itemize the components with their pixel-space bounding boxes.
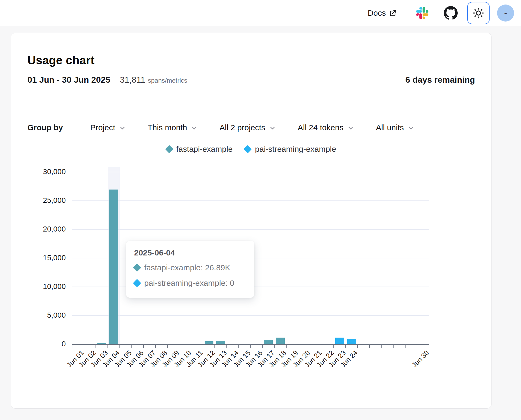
x-tick [322,345,322,348]
bar-fastapi-example-jun-12[interactable] [205,341,213,344]
usage-chart-card: Usage chart 01 Jun - 30 Jun 2025 31,811 … [11,33,492,409]
legend-label: pai-streaming-example [255,145,336,154]
bar-pai-streaming-example-jun-24[interactable] [347,339,356,344]
bar-fastapi-example-jun-18[interactable] [276,338,285,344]
x-tick [250,345,251,348]
x-tick [345,345,346,348]
x-tick [84,345,84,348]
bar-fastapi-example-jun-17[interactable] [264,340,273,344]
x-tick [274,345,275,348]
x-tick [167,345,168,348]
top-header: Docs - [0,0,521,26]
x-tick [203,345,203,348]
x-tick [119,345,120,348]
tooltip-date: 2025-06-04 [134,248,246,257]
bar-fastapi-example-jun-04[interactable] [109,190,118,344]
external-link-icon [389,9,397,17]
x-tick-label: Jun 30 [410,349,431,369]
y-tick-label: 20,000 [11,225,66,233]
x-tick [155,345,156,348]
y-tick-label: 25,000 [11,196,66,205]
x-tick [369,345,370,348]
tooltip-row: pai-streaming-example: 0 [134,279,246,288]
x-tick [131,345,132,348]
x-tick [405,345,406,348]
x-tick [226,345,227,348]
github-icon[interactable] [444,6,458,20]
y-gridline [72,315,429,316]
x-tick [286,345,287,348]
avatar-label: - [504,8,507,18]
x-tick [310,345,310,348]
tooltip-row: fastapi-example: 26.89K [134,263,246,272]
tooltip-marker-icon [133,279,141,287]
x-tick [143,345,144,348]
legend-item-fastapi-example[interactable]: fastapi-example [166,145,233,154]
x-tick [333,345,334,348]
x-tick [393,345,394,348]
x-tick [417,345,417,348]
x-tick [96,345,96,348]
tooltip-row-text: pai-streaming-example: 0 [144,279,234,288]
legend-marker-icon [165,145,173,153]
docs-link[interactable]: Docs [368,9,397,18]
theme-toggle-button[interactable] [467,2,490,24]
y-gridline [72,172,429,172]
docs-label: Docs [368,9,386,18]
x-tick [214,345,215,348]
x-tick [262,345,263,348]
chart-tooltip: 2025-06-04 fastapi-example: 26.89Kpai-st… [126,241,254,298]
slack-icon[interactable] [416,7,428,19]
x-tick [298,345,298,348]
y-tick-label: 5,000 [11,311,66,320]
bar-pai-streaming-example-jun-23[interactable] [335,338,344,344]
legend-label: fastapi-example [176,145,233,154]
sun-icon [473,7,484,19]
x-tick [238,345,239,348]
legend-marker-icon [244,145,252,153]
x-tick [72,345,72,348]
y-tick-label: 30,000 [11,167,66,176]
bar-fastapi-example-jun-13[interactable] [216,341,225,344]
chart-legend: fastapi-examplepai-streaming-example [11,145,491,154]
usage-bar-chart: fastapi-examplepai-streaming-example 05,… [11,33,491,408]
y-tick-label: 0 [11,340,66,348]
x-tick [357,345,358,348]
tooltip-marker-icon [133,263,141,272]
tooltip-rows: fastapi-example: 26.89Kpai-streaming-exa… [134,263,246,288]
x-tick [191,345,191,348]
y-gridline [72,200,429,201]
x-tick [429,345,429,348]
y-gridline [72,229,429,230]
x-tick [179,345,179,348]
tooltip-row-text: fastapi-example: 26.89K [144,263,230,272]
user-avatar[interactable]: - [497,5,514,22]
y-tick-label: 10,000 [11,282,66,291]
x-tick [107,345,108,348]
x-tick [381,345,382,348]
legend-item-pai-streaming-example[interactable]: pai-streaming-example [245,145,336,154]
y-tick-label: 15,000 [11,254,66,262]
